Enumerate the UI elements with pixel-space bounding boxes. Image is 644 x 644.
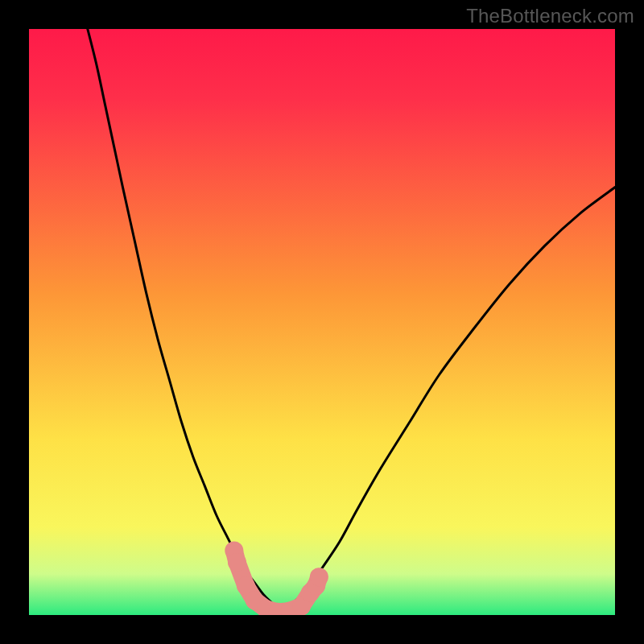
chart-stage: TheBottleneck.com xyxy=(0,0,644,644)
marker-dot xyxy=(228,553,246,572)
marker-dot xyxy=(310,568,328,586)
gradient-background xyxy=(29,29,615,615)
bottleneck-chart xyxy=(0,0,644,644)
